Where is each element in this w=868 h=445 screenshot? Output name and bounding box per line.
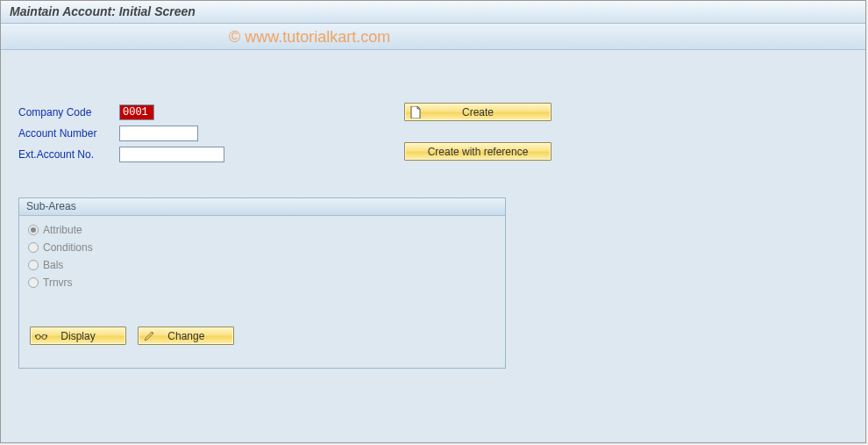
content-area: Company Code Account Number Ext.Account … [1, 50, 865, 386]
panel-body: Attribute Conditions Bals Trnvrs [19, 216, 505, 368]
app-window: Maintain Account: Initial Screen © www.t… [0, 0, 866, 443]
input-company-code[interactable] [119, 104, 154, 120]
radio-attribute[interactable]: Attribute [28, 221, 496, 239]
create-with-reference-button[interactable]: Create with reference [404, 142, 551, 161]
create-button-label: Create [405, 106, 551, 118]
svg-point-0 [36, 334, 40, 339]
change-button[interactable]: Change [138, 327, 234, 345]
document-icon [409, 106, 422, 118]
label-company-code: Company Code [18, 106, 119, 118]
glasses-icon [35, 332, 47, 341]
radio-bals[interactable]: Bals [28, 256, 496, 274]
buttons-column: Create Create with reference [404, 103, 562, 182]
radio-conditions-label: Conditions [43, 241, 93, 254]
create-button[interactable]: Create [404, 103, 551, 121]
pencil-icon [143, 330, 155, 342]
field-row-ext-account: Ext.Account No. [18, 145, 246, 164]
sub-areas-panel: Sub-Areas Attribute Conditions Bals Trnv… [18, 197, 506, 369]
svg-point-1 [42, 334, 46, 339]
input-account-number[interactable] [119, 126, 198, 141]
watermark-text: © www.tutorialkart.com [229, 28, 390, 47]
field-row-company-code: Company Code [18, 103, 246, 122]
form-area: Company Code Account Number Ext.Account … [18, 103, 848, 182]
radio-icon [28, 225, 39, 235]
radio-attribute-label: Attribute [43, 224, 82, 236]
fields-column: Company Code Account Number Ext.Account … [18, 103, 246, 166]
radio-conditions[interactable]: Conditions [28, 239, 496, 256]
label-ext-account: Ext.Account No. [18, 148, 119, 161]
toolbar-strip: © www.tutorialkart.com [1, 24, 865, 50]
radio-trnvrs[interactable]: Trnvrs [28, 274, 496, 291]
input-ext-account[interactable] [119, 147, 224, 162]
radio-bals-label: Bals [43, 259, 63, 271]
create-ref-button-label: Create with reference [405, 146, 551, 158]
field-row-account-number: Account Number [18, 124, 246, 143]
panel-buttons-row: Display Change [28, 327, 496, 352]
radio-icon [28, 260, 39, 270]
panel-title: Sub-Areas [19, 198, 505, 216]
radio-icon [28, 277, 39, 288]
page-title: Maintain Account: Initial Screen [10, 4, 196, 18]
label-account-number: Account Number [18, 127, 119, 140]
radio-icon [28, 242, 39, 253]
radio-trnvrs-label: Trnvrs [43, 276, 73, 289]
display-button[interactable]: Display [30, 327, 126, 345]
title-bar: Maintain Account: Initial Screen [1, 1, 865, 24]
